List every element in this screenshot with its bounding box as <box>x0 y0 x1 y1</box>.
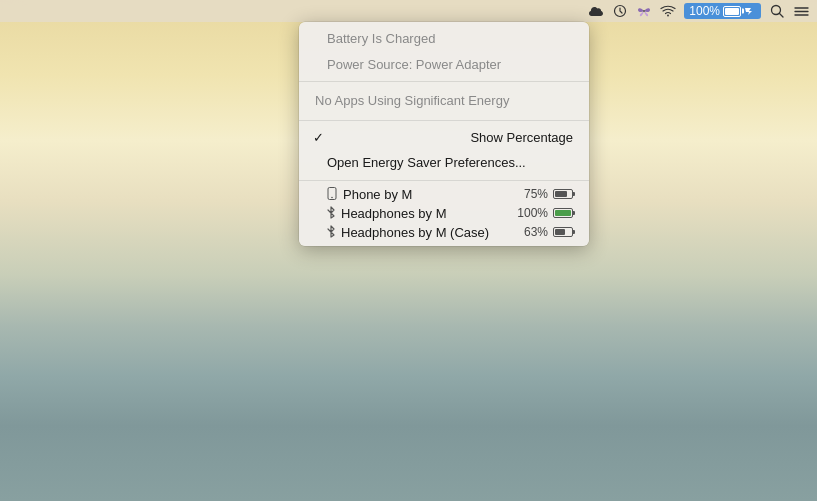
svg-point-8 <box>331 196 333 198</box>
energy-saver-prefs-item[interactable]: Open Energy Saver Preferences... <box>299 150 589 176</box>
time-machine-icon[interactable] <box>612 3 628 19</box>
battery-status-section: Battery Is Charged Power Source: Power A… <box>299 22 589 82</box>
headphones-case-battery-icon <box>553 227 573 237</box>
mela-icon[interactable] <box>636 3 652 19</box>
headphones-case-device-left: Headphones by M (Case) <box>327 225 489 240</box>
menubar: 100% <box>0 0 817 22</box>
options-section: ✓ Show Percentage Open Energy Saver Pref… <box>299 121 589 181</box>
headphones-battery-fill <box>555 210 571 216</box>
headphones-case-device-name: Headphones by M (Case) <box>341 225 489 240</box>
battery-charged-item: Battery Is Charged <box>299 26 589 52</box>
headphones-battery-icon <box>553 208 573 218</box>
power-source-item: Power Source: Power Adapter <box>299 52 589 78</box>
headphones-device-row: Headphones by M 100% <box>299 204 589 223</box>
devices-section: Phone by M 75% Headphones by M 100% <box>299 181 589 246</box>
headphones-case-battery-percent: 63% <box>524 225 548 239</box>
battery-dropdown: Battery Is Charged Power Source: Power A… <box>299 22 589 246</box>
control-center-icon[interactable] <box>793 3 809 19</box>
battery-icon <box>723 6 741 17</box>
phone-device-left: Phone by M <box>327 187 412 202</box>
bluetooth-icon-2 <box>327 225 335 240</box>
phone-battery-fill <box>555 191 567 197</box>
svg-point-1 <box>643 10 645 12</box>
battery-percent-label: 100% <box>689 4 720 18</box>
svg-line-3 <box>780 14 784 18</box>
headphones-case-device-row: Headphones by M (Case) 63% <box>299 223 589 242</box>
no-energy-item: No Apps Using Significant Energy <box>299 86 589 116</box>
wifi-icon[interactable] <box>660 3 676 19</box>
headphones-device-name: Headphones by M <box>341 206 447 221</box>
phone-battery-percent: 75% <box>524 187 548 201</box>
headphones-device-right: 100% <box>517 206 573 220</box>
phone-device-row: Phone by M 75% <box>299 185 589 204</box>
headphones-case-device-right: 63% <box>524 225 573 239</box>
energy-section: No Apps Using Significant Energy <box>299 82 589 121</box>
phone-device-right: 75% <box>524 187 573 201</box>
phone-battery-icon <box>553 189 573 199</box>
battery-status[interactable]: 100% <box>684 3 761 19</box>
checkmark-symbol: ✓ <box>313 128 324 148</box>
headphones-battery-percent: 100% <box>517 206 548 220</box>
phone-icon <box>327 187 337 202</box>
spotlight-icon[interactable] <box>769 3 785 19</box>
headphones-case-battery-fill <box>555 229 565 235</box>
icloud-icon[interactable] <box>588 3 604 19</box>
phone-device-name: Phone by M <box>343 187 412 202</box>
show-percentage-item[interactable]: ✓ Show Percentage <box>299 125 589 151</box>
headphones-device-left: Headphones by M <box>327 206 447 221</box>
bluetooth-icon-1 <box>327 206 335 221</box>
